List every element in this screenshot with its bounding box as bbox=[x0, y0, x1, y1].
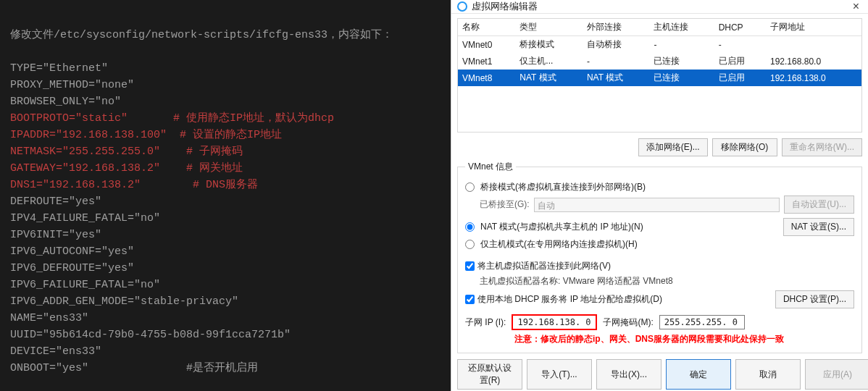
cfg-comment: # 使用静态IP地址，默认为dhcp bbox=[173, 112, 334, 125]
cfg-line: DNS1="192.168.138.2" bbox=[10, 179, 141, 191]
cfg-line: IPV6_FAILURE_FATAL="no" bbox=[10, 279, 160, 291]
vmnet-info-legend: VMnet 信息 bbox=[465, 161, 516, 173]
dialog-titlebar[interactable]: 虚拟网络编辑器 × bbox=[451, 0, 868, 14]
dialog-title: 虚拟网络编辑器 bbox=[472, 0, 538, 13]
cfg-comment: # DNS服务器 bbox=[193, 179, 258, 191]
cancel-button[interactable]: 取消 bbox=[735, 359, 801, 390]
restore-defaults-button[interactable]: 还原默认设置(R) bbox=[457, 359, 522, 390]
cfg-line: NETMASK="255.255.255.0" bbox=[10, 146, 160, 158]
apply-button: 应用(A) bbox=[805, 359, 868, 390]
col-name[interactable]: 名称 bbox=[458, 19, 515, 36]
cfg-line: BOOTPROTO="static" bbox=[10, 112, 128, 125]
hostonly-mode-radio[interactable] bbox=[465, 240, 475, 249]
network-table[interactable]: 名称 类型 外部连接 主机连接 DHCP 子网地址 VMnet0 桥接模式 自动… bbox=[457, 18, 862, 133]
cfg-line: GATEWAY="192.168.138.2" bbox=[10, 162, 160, 175]
terminal-pane: 修改文件/etc/sysconfig/network-scripts/ifcfg… bbox=[0, 0, 451, 391]
ok-button[interactable]: 确定 bbox=[666, 359, 731, 390]
cfg-line: DEVICE="ens33" bbox=[10, 345, 101, 358]
warning-note: 注意：修改后的静态ip、网关、DNS服务器的网段需要和此处保持一致 bbox=[514, 333, 854, 345]
rename-network-button: 重命名网络(W)... bbox=[782, 138, 862, 156]
dhcp-label: 使用本地 DHCP 服务将 IP 地址分配给虚拟机(D) bbox=[477, 293, 662, 306]
cfg-line: IPADDR="192.168.138.100" bbox=[10, 129, 167, 141]
cfg-comment: # 设置的静态IP地址 bbox=[180, 129, 282, 141]
host-adapter-label: 将主机虚拟适配器连接到此网络(V) bbox=[477, 260, 611, 272]
cfg-comment: # 网关地址 bbox=[186, 162, 243, 175]
col-type[interactable]: 类型 bbox=[515, 19, 583, 36]
cfg-line: DEFROUTE="yes" bbox=[10, 196, 101, 208]
table-header-row: 名称 类型 外部连接 主机连接 DHCP 子网地址 bbox=[458, 19, 861, 36]
cfg-line: NAME="ens33" bbox=[10, 312, 88, 324]
globe-icon bbox=[457, 1, 467, 12]
remove-network-button[interactable]: 移除网络(O) bbox=[712, 138, 777, 156]
col-hostconn[interactable]: 主机连接 bbox=[649, 19, 714, 36]
bridge-to-combo[interactable]: 自动 bbox=[534, 198, 780, 212]
auto-settings-button: 自动设置(U)... bbox=[784, 196, 854, 214]
table-row[interactable]: VMnet0 桥接模式 自动桥接 - - bbox=[458, 36, 861, 54]
export-button[interactable]: 导出(X)... bbox=[596, 359, 662, 390]
cfg-line: PROXY_METHOD="none" bbox=[10, 79, 134, 91]
vmnet-info-group: VMnet 信息 桥接模式(将虚拟机直接连接到外部网络)(B) 已桥接至(G):… bbox=[457, 161, 862, 353]
cfg-comment: #是否开机启用 bbox=[186, 362, 258, 374]
cfg-line: UUID="95b614cd-79b0-4755-b08d-99f1cca727… bbox=[10, 329, 291, 341]
cfg-line: IPV4_FAILURE_FATAL="no" bbox=[10, 212, 160, 224]
bridge-mode-label: 桥接模式(将虚拟机直接连接到外部网络)(B) bbox=[480, 181, 646, 193]
intro-line: 修改文件/etc/sysconfig/network-scripts/ifcfg… bbox=[10, 29, 393, 41]
subnet-mask-label: 子网掩码(M): bbox=[603, 316, 653, 329]
cfg-line: IPV6_AUTOCONF="yes" bbox=[10, 245, 134, 258]
cfg-line: IPV6_DEFROUTE="yes" bbox=[10, 262, 134, 274]
subnet-mask-field[interactable]: 255.255.255. 0 bbox=[659, 315, 745, 329]
subnet-ip-label: 子网 IP (I): bbox=[465, 316, 506, 329]
table-row[interactable]: VMnet1 仅主机... - 已连接 已启用 192.168.80.0 bbox=[458, 53, 861, 70]
cfg-line: TYPE="Ethernet" bbox=[10, 62, 108, 75]
close-icon[interactable]: × bbox=[850, 0, 862, 13]
table-row-selected[interactable]: VMnet8 NAT 模式 NAT 模式 已连接 已启用 192.168.138… bbox=[458, 70, 861, 86]
cfg-line: IPV6_ADDR_GEN_MODE="stable-privacy" bbox=[10, 295, 238, 308]
cfg-line: BROWSER_ONLY="no" bbox=[10, 96, 121, 108]
cfg-line: IPV6INIT="yes" bbox=[10, 229, 101, 241]
nat-settings-button[interactable]: NAT 设置(S)... bbox=[783, 218, 854, 236]
col-external[interactable]: 外部连接 bbox=[583, 19, 650, 36]
cfg-line: ONBOOT="yes" bbox=[10, 362, 88, 374]
add-network-button[interactable]: 添加网络(E)... bbox=[638, 138, 708, 156]
col-subnet[interactable]: 子网地址 bbox=[766, 19, 861, 36]
col-dhcp[interactable]: DHCP bbox=[714, 19, 766, 36]
bridge-to-label: 已桥接至(G): bbox=[480, 198, 530, 211]
import-button[interactable]: 导入(T)... bbox=[527, 359, 592, 390]
virtual-network-editor-dialog: 虚拟网络编辑器 × 名称 类型 外部连接 主机连接 DHCP 子网地址 bbox=[451, 0, 868, 391]
cfg-comment: # 子网掩码 bbox=[186, 146, 243, 158]
dhcp-settings-button[interactable]: DHCP 设置(P)... bbox=[775, 290, 854, 308]
host-adapter-checkbox[interactable] bbox=[465, 261, 475, 271]
hostonly-mode-label: 仅主机模式(在专用网络内连接虚拟机)(H) bbox=[480, 238, 638, 251]
subnet-ip-field[interactable]: 192.168.138. 0 bbox=[512, 314, 597, 330]
bridge-mode-radio[interactable] bbox=[465, 182, 475, 192]
nat-mode-radio[interactable] bbox=[465, 222, 475, 232]
nat-mode-label: NAT 模式(与虚拟机共享主机的 IP 地址)(N) bbox=[480, 221, 643, 233]
host-adapter-name: 主机虚拟适配器名称: VMware 网络适配器 VMnet8 bbox=[480, 275, 854, 287]
dhcp-checkbox[interactable] bbox=[465, 295, 475, 304]
